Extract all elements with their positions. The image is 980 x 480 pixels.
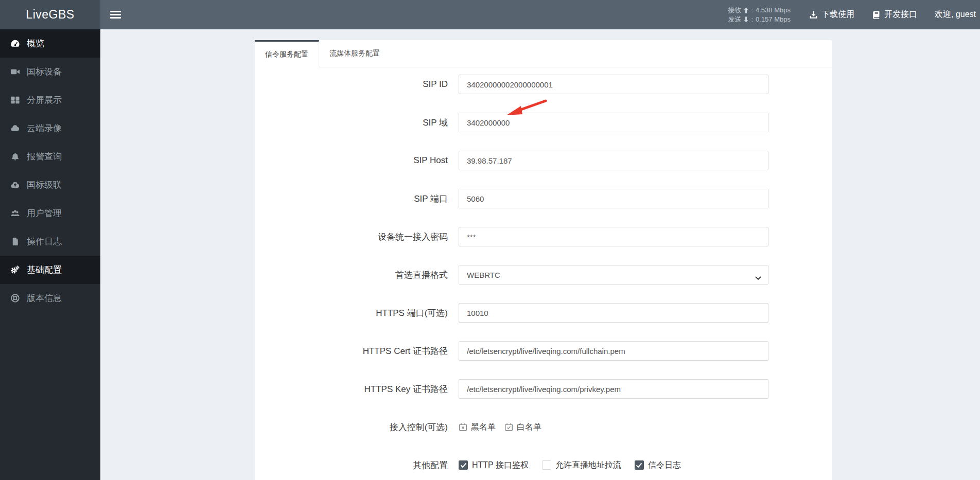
checkbox-signal-log[interactable]: 信令日志: [635, 460, 681, 471]
api-docs-link[interactable]: 开发接口: [872, 9, 917, 20]
sidebar-item-basic-config[interactable]: 基础配置: [0, 256, 100, 284]
sidebar-item-split-screen[interactable]: 分屏展示: [0, 86, 100, 114]
sidebar-item-label: 分屏展示: [27, 94, 62, 106]
sidebar-item-label: 报警查询: [27, 151, 62, 163]
config-tabs: 信令服务配置 流媒体服务配置: [255, 40, 832, 67]
welcome-link[interactable]: 欢迎, guest: [935, 9, 976, 20]
cloud-icon: [10, 123, 20, 134]
form-row-sip-domain: SIP 域: [255, 113, 832, 132]
network-stats: 接收 : 4.538 Mbps 发送 : 0.157 Mbps: [728, 6, 791, 24]
users-icon: [10, 208, 20, 219]
form-row-sip-host: SIP Host: [255, 151, 832, 170]
file-icon: [10, 237, 20, 247]
form-row-other-config: 其他配置 HTTP 接口鉴权 允许直播地址拉流 信令日志: [255, 455, 832, 475]
camera-icon: [10, 67, 20, 77]
calendar-x-icon: [459, 423, 467, 432]
live-format-label: 首选直播格式: [255, 269, 448, 281]
live-format-select[interactable]: WEBRTC: [459, 265, 768, 285]
unchecked-checkbox-icon: [542, 460, 551, 470]
topbar-right: 接收 : 4.538 Mbps 发送 : 0.157 Mbps 下载使用开发接口…: [728, 0, 976, 29]
form-row-sip-id: SIP ID: [255, 75, 832, 94]
receive-rate: 接收 : 4.538 Mbps: [728, 6, 791, 15]
sidebar-item-gb-cascade[interactable]: 国标级联: [0, 171, 100, 199]
send-rate: 发送 : 0.157 Mbps: [728, 15, 791, 24]
https-cert-label: HTTPS Cert 证书路径: [255, 345, 448, 357]
sidebar-item-label: 基础配置: [27, 264, 62, 276]
content-area: 信令服务配置 流媒体服务配置 SIP ID SIP 域 SIP Host SIP…: [100, 29, 980, 480]
form-row-live-format: 首选直播格式 WEBRTC: [255, 265, 832, 285]
checked-checkbox-icon: [635, 460, 644, 470]
form-row-access-control: 接入控制(可选) 黑名单 白名单: [255, 417, 832, 437]
sidebar: 概览 国标设备 分屏展示 云端录像 报警查询 国标级联 用户管理 操作日志 基础…: [0, 29, 100, 480]
calendar-check-icon: [504, 423, 513, 432]
device-password-input[interactable]: [459, 227, 768, 246]
brand-logo[interactable]: LiveGBS: [0, 0, 100, 29]
sip-host-input[interactable]: [459, 151, 768, 170]
sip-id-label: SIP ID: [255, 79, 448, 90]
sidebar-item-cloud-record[interactable]: 云端录像: [0, 114, 100, 143]
arrow-down-icon: [744, 16, 748, 23]
book-icon: [872, 10, 881, 19]
https-port-input[interactable]: [459, 303, 768, 323]
chevron-down-icon: [755, 273, 761, 282]
form-row-sip-port: SIP 端口: [255, 189, 832, 208]
sip-port-label: SIP 端口: [255, 193, 448, 205]
other-config-label: 其他配置: [255, 459, 448, 471]
sidebar-item-label: 云端录像: [27, 122, 62, 134]
form-row-https-port: HTTPS 端口(可选): [255, 303, 832, 323]
https-cert-input[interactable]: [459, 341, 768, 361]
https-port-label: HTTPS 端口(可选): [255, 307, 448, 319]
sidebar-item-label: 用户管理: [27, 207, 62, 219]
device-password-label: 设备统一接入密码: [255, 231, 448, 243]
sidebar-item-label: 概览: [27, 38, 44, 49]
cloud-upload-icon: [10, 180, 20, 190]
config-card: 信令服务配置 流媒体服务配置 SIP ID SIP 域 SIP Host SIP…: [255, 40, 832, 480]
sip-host-label: SIP Host: [255, 155, 448, 166]
sidebar-item-label: 国标级联: [27, 179, 62, 191]
download-link[interactable]: 下载使用: [809, 9, 854, 20]
bell-icon: [10, 152, 20, 162]
gears-icon: [10, 265, 20, 275]
sidebar-item-version-info[interactable]: 版本信息: [0, 284, 100, 312]
access-control-label: 接入控制(可选): [255, 421, 448, 433]
form-row-https-key: HTTPS Key 证书路径: [255, 379, 832, 399]
https-key-input[interactable]: [459, 379, 768, 399]
sidebar-item-user-management[interactable]: 用户管理: [0, 199, 100, 227]
arrow-up-icon: [744, 7, 748, 13]
sip-domain-input[interactable]: [459, 113, 768, 132]
https-key-label: HTTPS Key 证书路径: [255, 383, 448, 395]
sidebar-toggle-button[interactable]: [110, 0, 122, 29]
sidebar-item-operation-logs[interactable]: 操作日志: [0, 227, 100, 256]
signal-config-form: SIP ID SIP 域 SIP Host SIP 端口 设备统一接入密码: [255, 67, 832, 475]
whitelist-button[interactable]: 白名单: [504, 422, 541, 433]
topbar-links: 下载使用开发接口欢迎, guest: [809, 9, 976, 20]
tab-media-config[interactable]: 流媒体服务配置: [319, 40, 390, 67]
blacklist-button[interactable]: 黑名单: [459, 422, 496, 433]
download-icon: [809, 10, 818, 19]
form-row-device-password: 设备统一接入密码: [255, 227, 832, 246]
dashboard-icon: [10, 39, 20, 49]
sidebar-item-label: 操作日志: [27, 236, 62, 247]
checked-checkbox-icon: [459, 460, 468, 470]
sip-domain-label: SIP 域: [255, 117, 448, 129]
topbar: LiveGBS 接收 : 4.538 Mbps 发送 : 0.157 Mbps …: [0, 0, 980, 29]
sip-port-input[interactable]: [459, 189, 768, 208]
tab-signal-config[interactable]: 信令服务配置: [255, 40, 319, 67]
grid-icon: [10, 95, 20, 105]
sidebar-item-label: 版本信息: [27, 292, 62, 304]
sidebar-item-overview[interactable]: 概览: [0, 29, 100, 58]
sidebar-item-label: 国标设备: [27, 66, 62, 78]
info-icon: [10, 293, 20, 304]
sidebar-item-gb-devices[interactable]: 国标设备: [0, 58, 100, 86]
checkbox-allow-live-pull[interactable]: 允许直播地址拉流: [542, 460, 621, 471]
sidebar-item-alarm-query[interactable]: 报警查询: [0, 143, 100, 171]
hamburger-icon: [110, 11, 121, 12]
form-row-https-cert: HTTPS Cert 证书路径: [255, 341, 832, 361]
checkbox-http-auth[interactable]: HTTP 接口鉴权: [459, 460, 529, 471]
sip-id-input[interactable]: [459, 75, 768, 94]
